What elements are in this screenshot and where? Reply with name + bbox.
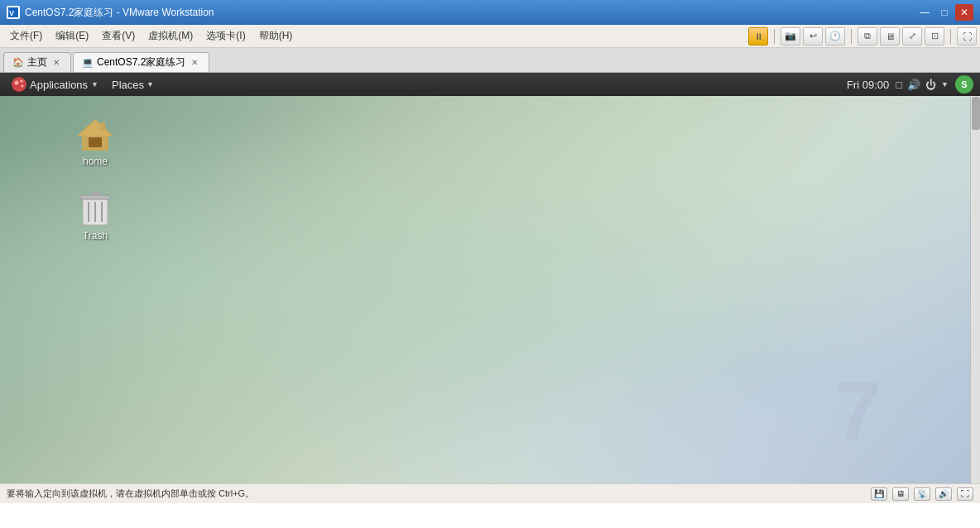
user-initial: S	[961, 79, 967, 89]
svg-point-4	[20, 79, 23, 83]
trash-icon-label: Trash	[83, 230, 108, 242]
vm-scrollbar-thumb[interactable]	[972, 97, 980, 130]
fullscreen-button[interactable]: ⛶	[957, 27, 977, 46]
svg-rect-10	[100, 122, 105, 131]
places-menu[interactable]: Places ▼	[107, 77, 159, 93]
gnome-foot-icon	[12, 77, 26, 92]
window-controls: — □ ✕	[915, 4, 973, 21]
status-bar: 要将输入定向到该虚拟机，请在虚拟机内部单击或按 Ctrl+G。 💾 🖥 📡 🔊 …	[0, 483, 980, 503]
status-bar-right: 💾 🖥 📡 🔊 ⛶	[871, 487, 973, 501]
tab-bar: 🏠 主页 ✕ 💻 CentOS7.2家庭练习 ✕	[0, 48, 980, 73]
menu-edit[interactable]: 编辑(E)	[49, 26, 95, 46]
applications-arrow: ▼	[91, 80, 98, 89]
gnome-panel-left: Applications ▼ Places ▼	[7, 75, 159, 94]
gnome-system-icons: □ 🔊 ⏻ ▼	[896, 79, 949, 91]
title-bar: V CentOS7.2家庭练习 - VMware Workstation — □…	[0, 0, 980, 25]
home-icon-label: home	[83, 156, 108, 167]
status-icon-3[interactable]: 📡	[914, 487, 930, 501]
svg-rect-13	[90, 192, 100, 195]
vmware-icon: V	[7, 6, 20, 19]
user-avatar[interactable]: S	[955, 75, 973, 94]
svg-point-2	[12, 77, 26, 92]
tab-centos-label: CentOS7.2家庭练习	[97, 55, 185, 70]
revert-button[interactable]: ↩	[803, 27, 823, 46]
centos-tab-icon: 💻	[82, 57, 94, 68]
gnome-panel: Applications ▼ Places ▼ Fri 09:00 □ 🔊 ⏻ …	[0, 73, 980, 96]
places-arrow: ▼	[147, 80, 154, 89]
toolbar: ⏸ 📷 ↩ 🕐 ⧉ 🖥 ⤢ ⊡ ⛶	[748, 27, 977, 46]
status-icon-4[interactable]: 🔊	[935, 487, 952, 501]
svg-rect-9	[89, 137, 102, 147]
menu-file[interactable]: 文件(F)	[3, 26, 49, 46]
menu-help[interactable]: 帮助(H)	[252, 26, 300, 46]
svg-text:V: V	[9, 9, 14, 17]
trash-icon-img	[75, 189, 115, 228]
svg-point-3	[15, 81, 19, 85]
vm-scrollbar[interactable]	[970, 96, 980, 483]
desktop[interactable]: home Trash 7	[0, 96, 980, 483]
maximize-button[interactable]: □	[935, 4, 954, 21]
resize-button[interactable]: ⤢	[902, 27, 922, 46]
minimize-button[interactable]: —	[915, 4, 934, 21]
home-desktop-icon[interactable]: home	[62, 111, 128, 170]
status-text: 要将输入定向到该虚拟机，请在虚拟机内部单击或按 Ctrl+G。	[7, 487, 254, 500]
tab-home-label: 主页	[27, 55, 47, 70]
svg-marker-8	[79, 121, 112, 136]
window-title: CentOS7.2家庭练习 - VMware Workstation	[25, 6, 214, 20]
display-icon[interactable]: □	[896, 79, 902, 91]
tab-centos[interactable]: 💻 CentOS7.2家庭练习 ✕	[73, 52, 209, 72]
gnome-panel-right: Fri 09:00 □ 🔊 ⏻ ▼ S	[847, 75, 973, 94]
fullscreen-split-button[interactable]: ⧉	[858, 27, 877, 46]
snapman-button[interactable]: 🕐	[825, 27, 845, 46]
gnome-clock: Fri 09:00	[847, 79, 889, 91]
title-bar-left: V CentOS7.2家庭练习 - VMware Workstation	[7, 6, 214, 20]
pause-button[interactable]: ⏸	[748, 27, 768, 46]
system-arrow: ▼	[941, 80, 949, 89]
applications-menu[interactable]: Applications ▼	[7, 75, 103, 94]
status-icon-1[interactable]: 💾	[871, 487, 887, 501]
applications-label: Applications	[30, 79, 88, 91]
menu-vm[interactable]: 虚拟机(M)	[142, 26, 199, 46]
volume-icon[interactable]: 🔊	[907, 79, 920, 91]
home-icon-img	[75, 114, 115, 154]
svg-rect-12	[80, 195, 110, 199]
status-icon-2[interactable]: 🖥	[892, 487, 909, 501]
menu-bar: 文件(F) 编辑(E) 查看(V) 虚拟机(M) 选项卡(I) 帮助(H) ⏸ …	[0, 25, 980, 48]
tab-home-close[interactable]: ✕	[50, 57, 62, 69]
desktop-watermark: 7	[834, 363, 881, 458]
tab-home[interactable]: 🏠 主页 ✕	[3, 52, 71, 72]
power-icon[interactable]: ⏻	[925, 79, 936, 91]
places-label: Places	[112, 79, 144, 91]
fit-button[interactable]: ⊡	[925, 27, 944, 46]
menu-view[interactable]: 查看(V)	[95, 26, 142, 46]
menu-tab[interactable]: 选项卡(I)	[199, 26, 252, 46]
trash-desktop-icon[interactable]: Trash	[62, 185, 128, 245]
tab-centos-close[interactable]: ✕	[189, 57, 200, 69]
snapshot-button[interactable]: 📷	[781, 27, 800, 46]
vm-area[interactable]: Applications ▼ Places ▼ Fri 09:00 □ 🔊 ⏻ …	[0, 73, 980, 483]
close-button[interactable]: ✕	[955, 4, 973, 21]
home-tab-icon: 🏠	[12, 57, 24, 68]
svg-point-5	[22, 85, 24, 88]
status-icon-5[interactable]: ⛶	[957, 487, 973, 501]
vm-win-button[interactable]: 🖥	[880, 27, 900, 46]
